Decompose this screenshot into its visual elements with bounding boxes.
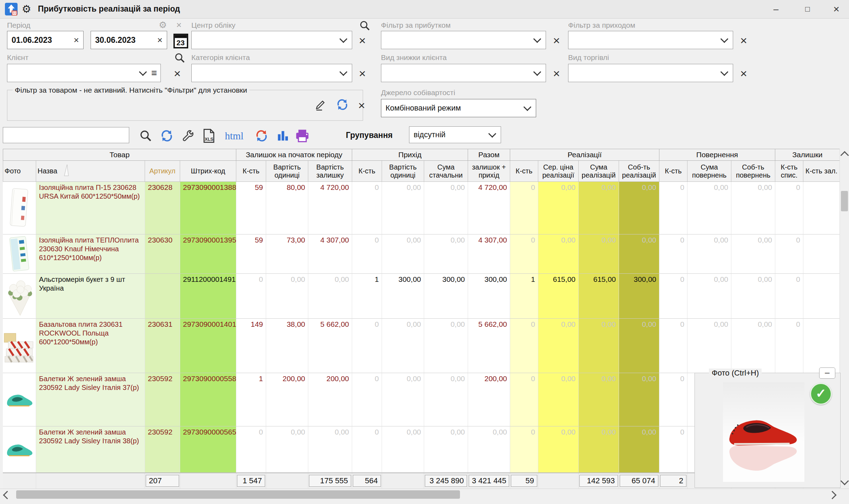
photo-panel-title: Фото (Ctrl+H): [709, 369, 762, 378]
period-gear-icon[interactable]: ⚙: [159, 20, 167, 31]
edit-pencil-icon[interactable]: [315, 98, 327, 112]
close-button[interactable]: ×: [824, 0, 849, 18]
product-filter-clear-icon[interactable]: ×: [358, 99, 365, 111]
center-clear-icon[interactable]: ×: [359, 34, 366, 46]
horizontal-scroll-thumb[interactable]: [16, 490, 460, 499]
calendar-icon[interactable]: 23: [173, 32, 188, 50]
period-to-input[interactable]: 30.06.2023 ×: [91, 31, 167, 49]
client-search-icon[interactable]: [174, 52, 186, 65]
cell-qty_writeoff: 0: [775, 319, 803, 373]
column-header-avg_price[interactable]: Сер. ціна реалізації: [538, 161, 579, 182]
chevron-down-icon: [720, 68, 729, 76]
group-header[interactable]: Разом: [468, 149, 510, 161]
group-header[interactable]: Залишок на початок періоду: [236, 149, 352, 161]
column-header-qty_left[interactable]: К-сть зал.: [803, 161, 840, 182]
profit-filter-clear-icon[interactable]: ×: [553, 34, 560, 46]
settings-gear-icon[interactable]: ⚙: [22, 3, 31, 15]
maximize-button[interactable]: □: [795, 0, 820, 18]
photo-panel-minimize-button[interactable]: –: [819, 367, 835, 379]
table-row[interactable]: Базальтова плита 230631 ROCKWOOL Польща …: [3, 319, 840, 373]
cell-unit_cost_start: 0,00: [266, 274, 308, 319]
client-combo[interactable]: ≡: [7, 64, 161, 82]
scroll-down-icon[interactable]: [840, 477, 849, 485]
table-row[interactable]: Альстромерія букет з 9 шт Україна2911200…: [3, 274, 840, 319]
html-export-icon[interactable]: html: [222, 128, 246, 143]
search-icon[interactable]: [138, 128, 154, 143]
client-category-combo[interactable]: [191, 64, 352, 82]
client-category-clear-icon[interactable]: ×: [359, 67, 366, 79]
cell-total: 5 662,00: [468, 319, 510, 373]
period-to-clear-icon[interactable]: ×: [153, 35, 167, 46]
period-from-clear-icon[interactable]: ×: [70, 35, 83, 46]
chart-icon[interactable]: [275, 128, 291, 143]
group-header[interactable]: Залишки: [775, 149, 840, 161]
income-filter-combo[interactable]: [568, 31, 733, 49]
client-category-label: Категорія клієнта: [191, 53, 250, 62]
column-header-unit_cost_in[interactable]: Вартість одиниці: [382, 161, 424, 182]
client-discount-combo[interactable]: [381, 64, 546, 82]
cell-qty_writeoff: 0: [775, 274, 803, 319]
print-icon[interactable]: [294, 128, 310, 143]
center-combo[interactable]: [191, 31, 352, 49]
column-header-article[interactable]: Артикул: [145, 161, 180, 182]
search-input[interactable]: [3, 127, 129, 143]
column-header-photo[interactable]: Фото: [3, 161, 36, 182]
group-header[interactable]: Товар: [3, 149, 236, 161]
table-row[interactable]: Ізоляційна плита ТЕПЛОплита 230630 Knauf…: [3, 234, 840, 274]
total-value: 65 074: [620, 475, 658, 487]
scroll-up-icon[interactable]: [840, 151, 849, 159]
profit-filter-combo[interactable]: [381, 31, 546, 49]
trade-type-clear-icon[interactable]: ×: [740, 67, 747, 79]
column-header-sum_ret[interactable]: Сума повернень: [687, 161, 731, 182]
scroll-left-icon[interactable]: [3, 491, 11, 499]
column-header-balance_cost[interactable]: Вартість залишку: [308, 161, 352, 182]
column-header-barcode[interactable]: Штрих-код: [180, 161, 236, 182]
client-clear-icon[interactable]: ×: [174, 67, 181, 79]
cost-source-combo[interactable]: Комбінований режим: [381, 99, 536, 117]
chevron-down-icon: [533, 68, 541, 76]
column-header-qty_writeoff[interactable]: К-сть спис.: [775, 161, 803, 182]
grouping-combo[interactable]: відсутній: [409, 126, 501, 143]
column-header-qty_in[interactable]: К-сть: [352, 161, 382, 182]
period-from-input[interactable]: 01.06.2023 ×: [7, 31, 84, 49]
cell-article: 230592: [145, 373, 180, 426]
center-label: Центр обліку: [191, 21, 236, 29]
column-header-qty_sale[interactable]: К-сть: [510, 161, 538, 182]
group-header[interactable]: Прихід: [352, 149, 468, 161]
center-search-icon[interactable]: [359, 20, 371, 33]
vertical-scrollbar[interactable]: [840, 149, 849, 489]
minimize-button[interactable]: –: [763, 0, 789, 18]
period-to-value: 30.06.2023: [91, 35, 153, 45]
column-header-sum_in[interactable]: Сума стачальни: [424, 161, 468, 182]
refresh-icon[interactable]: [159, 128, 175, 143]
column-header-unit_cost_start[interactable]: Вартість одиниці: [266, 161, 308, 182]
trade-type-combo[interactable]: [568, 64, 733, 82]
cell-barcode: 2973090000558: [180, 373, 236, 426]
cell-unit_cost_in: 300,00: [382, 274, 424, 319]
client-discount-clear-icon[interactable]: ×: [553, 67, 560, 79]
chevron-down-icon: [533, 35, 541, 43]
table-row[interactable]: Ізоляційна плита П-15 230628 URSA Китай …: [3, 182, 840, 234]
group-header[interactable]: Повернення: [659, 149, 775, 161]
cost-source-value: Комбінований режим: [381, 104, 522, 113]
column-header-qty_start[interactable]: К-сть: [236, 161, 266, 182]
column-header-name[interactable]: Назва: [36, 161, 145, 182]
cell-qty_ret: 0: [659, 234, 687, 274]
xls-export-icon[interactable]: XLS: [201, 128, 217, 143]
column-header-sum_sale[interactable]: Сума реалізацій: [579, 161, 619, 182]
horizontal-scrollbar[interactable]: [0, 489, 849, 500]
wrench-icon[interactable]: [180, 128, 196, 143]
group-header[interactable]: Реалізації: [510, 149, 659, 161]
period-clear-icon[interactable]: ×: [176, 20, 182, 29]
refresh-icon[interactable]: [336, 98, 349, 112]
scroll-right-icon[interactable]: [828, 491, 836, 499]
column-header-total[interactable]: залишок + прихід: [468, 161, 510, 182]
cell-qty_left: [803, 182, 840, 234]
income-filter-clear-icon[interactable]: ×: [740, 34, 747, 46]
client-list-icon[interactable]: ≡: [151, 67, 157, 79]
refresh-data-icon[interactable]: [254, 128, 270, 143]
column-header-qty_ret[interactable]: К-сть: [659, 161, 687, 182]
column-header-cost_sale[interactable]: Соб-ть реалізацій: [619, 161, 659, 182]
column-header-cost_ret[interactable]: Соб-ть повернень: [731, 161, 775, 182]
vertical-scroll-thumb[interactable]: [841, 191, 848, 211]
